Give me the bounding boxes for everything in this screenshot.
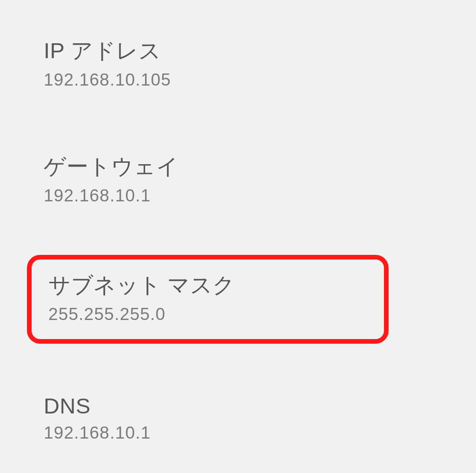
dns-value: 192.168.10.1 <box>44 423 469 443</box>
gateway-item[interactable]: ゲートウェイ 192.168.10.1 <box>36 139 476 219</box>
gateway-value: 192.168.10.1 <box>44 186 469 206</box>
ip-address-value: 192.168.10.105 <box>44 70 469 90</box>
network-settings-list: IP アドレス 192.168.10.105 ゲートウェイ 192.168.10… <box>36 23 476 473</box>
subnet-mask-item[interactable]: サブネット マスク 255.255.255.0 <box>27 255 389 344</box>
subnet-mask-value: 255.255.255.0 <box>48 305 377 324</box>
subnet-mask-label: サブネット マスク <box>48 271 377 300</box>
dns-item[interactable]: DNS 192.168.10.1 <box>36 380 476 456</box>
dns-label: DNS <box>44 393 469 419</box>
ip-address-label: IP アドレス <box>44 36 469 66</box>
ip-address-item[interactable]: IP アドレス 192.168.10.105 <box>36 23 476 103</box>
gateway-label: ゲートウェイ <box>44 152 469 181</box>
